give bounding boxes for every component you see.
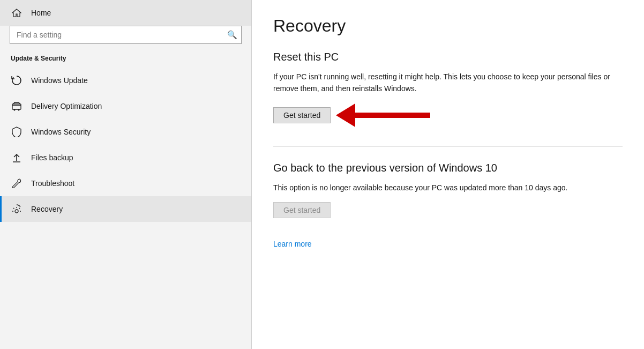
delivery-optimization-label: Delivery Optimization xyxy=(31,102,102,110)
recovery-icon xyxy=(11,203,23,215)
home-label: Home xyxy=(31,9,51,17)
previous-version-get-started-button[interactable]: Get started xyxy=(273,202,331,218)
svg-point-2 xyxy=(18,109,20,111)
learn-more-link[interactable]: Learn more xyxy=(273,240,312,248)
sidebar-item-recovery[interactable]: Recovery xyxy=(0,196,251,222)
sidebar: Home 🔍 Update & Security Windows Update xyxy=(0,0,252,349)
sidebar-home[interactable]: Home xyxy=(0,0,251,26)
files-backup-label: Files backup xyxy=(31,153,73,162)
sidebar-item-windows-security[interactable]: Windows Security xyxy=(0,119,251,145)
update-icon xyxy=(11,75,23,86)
sidebar-item-troubleshoot[interactable]: Troubleshoot xyxy=(0,170,251,196)
svg-point-5 xyxy=(15,210,18,213)
windows-update-label: Windows Update xyxy=(31,76,88,85)
svg-point-1 xyxy=(14,109,16,111)
sidebar-item-windows-update[interactable]: Windows Update xyxy=(0,68,251,93)
troubleshoot-label: Troubleshoot xyxy=(31,179,74,188)
search-container: 🔍 xyxy=(10,26,242,44)
search-button[interactable]: 🔍 xyxy=(222,26,242,44)
reset-section-desc: If your PC isn't running well, resetting… xyxy=(273,71,623,95)
backup-icon xyxy=(11,152,23,164)
reset-get-started-button[interactable]: Get started xyxy=(273,107,331,123)
section-title: Update & Security xyxy=(0,51,251,68)
sidebar-item-files-backup[interactable]: Files backup xyxy=(0,145,251,170)
previous-version-title: Go back to the previous version of Windo… xyxy=(273,162,623,174)
delivery-icon xyxy=(11,100,23,112)
svg-rect-0 xyxy=(12,104,21,109)
previous-version-desc: This option is no longer available becau… xyxy=(273,182,623,194)
recovery-label: Recovery xyxy=(31,205,63,213)
page-title: Recovery xyxy=(273,16,623,36)
shield-icon xyxy=(11,126,23,138)
previous-version-section: Go back to the previous version of Windo… xyxy=(273,162,623,218)
red-arrow xyxy=(336,103,430,127)
wrench-icon xyxy=(11,177,23,189)
search-icon: 🔍 xyxy=(227,30,237,40)
sidebar-item-delivery-optimization[interactable]: Delivery Optimization xyxy=(0,93,251,119)
section-divider xyxy=(273,146,623,147)
reset-pc-section: Reset this PC If your PC isn't running w… xyxy=(273,51,623,127)
main-content: Recovery Reset this PC If your PC isn't … xyxy=(252,0,644,349)
windows-security-label: Windows Security xyxy=(31,128,91,136)
home-icon xyxy=(11,7,23,19)
reset-section-title: Reset this PC xyxy=(273,51,623,63)
search-input[interactable] xyxy=(10,26,242,44)
